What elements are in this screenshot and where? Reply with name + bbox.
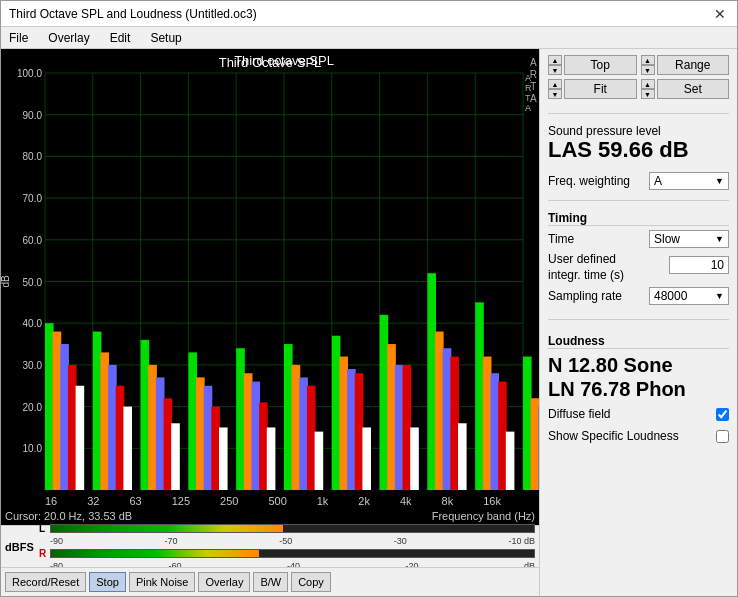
x-label-16k: 16k <box>483 495 501 507</box>
main-window: Third Octave SPL and Loudness (Untitled.… <box>0 0 738 597</box>
x-label-63: 63 <box>129 495 141 507</box>
overlay-button[interactable]: Overlay <box>198 572 250 592</box>
sampling-rate-row: Sampling rate 48000 ▼ <box>548 287 729 305</box>
set-control-group: ▲ ▼ Set <box>641 79 730 99</box>
loudness-ln-value: LN 76.78 Phon <box>548 377 729 401</box>
right-panel: ▲ ▼ Top ▲ ▼ Range ▲ ▼ <box>539 49 737 596</box>
set-up-button[interactable]: ▲ <box>641 79 655 89</box>
bottom-buttons: Record/Reset Stop Pink Noise Overlay B/W… <box>1 567 539 596</box>
r-channel-label: R <box>39 548 47 559</box>
range-button[interactable]: Range <box>657 55 730 75</box>
spl-value: LAS 59.66 dB <box>548 138 729 162</box>
freq-weighting-value: A <box>654 174 715 188</box>
time-dropdown[interactable]: Slow ▼ <box>649 230 729 248</box>
r-meter-fill <box>51 550 259 557</box>
show-specific-label: Show Specific Loudness <box>548 429 679 443</box>
freq-weighting-label: Freq. weighting <box>548 174 630 188</box>
spl-title: Sound pressure level <box>548 124 729 138</box>
arta-label: ARTA <box>530 57 537 105</box>
x-label-250: 250 <box>220 495 238 507</box>
close-button[interactable]: ✕ <box>711 5 729 23</box>
freq-band-label: Frequency band (Hz) <box>432 510 535 522</box>
menu-overlay[interactable]: Overlay <box>44 30 93 46</box>
menu-setup[interactable]: Setup <box>146 30 185 46</box>
fit-button[interactable]: Fit <box>564 79 637 99</box>
sampling-rate-arrow: ▼ <box>715 291 724 301</box>
fit-down-button[interactable]: ▼ <box>548 89 562 99</box>
timing-section: Timing Time Slow ▼ User definedintegr. t… <box>548 211 729 309</box>
set-button[interactable]: Set <box>657 79 730 99</box>
timing-title: Timing <box>548 211 729 226</box>
title-bar: Third Octave SPL and Loudness (Untitled.… <box>1 1 737 27</box>
sampling-rate-dropdown[interactable]: 48000 ▼ <box>649 287 729 305</box>
tick-50: -50 <box>279 536 292 546</box>
stop-button[interactable]: Stop <box>89 572 126 592</box>
tick-70: -70 <box>165 536 178 546</box>
loudness-n-value: N 12.80 Sone <box>548 353 729 377</box>
menu-bar: File Overlay Edit Setup <box>1 27 737 49</box>
show-specific-checkbox[interactable] <box>716 430 729 443</box>
x-label-1k: 1k <box>317 495 329 507</box>
tick-30: -30 <box>394 536 407 546</box>
top-down-button[interactable]: ▼ <box>548 65 562 75</box>
time-dropdown-arrow: ▼ <box>715 234 724 244</box>
main-content: Third Octave SPL ARTA 16 32 63 125 250 5… <box>1 49 737 596</box>
diffuse-field-row: Diffuse field <box>548 407 729 421</box>
x-label-8k: 8k <box>442 495 454 507</box>
pink-noise-button[interactable]: Pink Noise <box>129 572 196 592</box>
fit-control-group: ▲ ▼ Fit <box>548 79 637 99</box>
top-button[interactable]: Top <box>564 55 637 75</box>
l-meter <box>50 524 535 533</box>
loudness-section: Loudness N 12.80 Sone LN 76.78 Phon <box>548 334 729 401</box>
user-defined-row: User definedintegr. time (s) <box>548 252 729 283</box>
l-channel-label: L <box>39 523 47 534</box>
loudness-title: Loudness <box>548 334 729 349</box>
top-up-button[interactable]: ▲ <box>548 55 562 65</box>
spl-chart <box>1 49 539 494</box>
menu-edit[interactable]: Edit <box>106 30 135 46</box>
cursor-text: Cursor: 20.0 Hz, 33.53 dB <box>5 510 132 522</box>
time-label: Time <box>548 232 649 246</box>
range-control-group: ▲ ▼ Range <box>641 55 730 75</box>
record-reset-button[interactable]: Record/Reset <box>5 572 86 592</box>
window-title: Third Octave SPL and Loudness (Untitled.… <box>9 7 257 21</box>
bw-button[interactable]: B/W <box>253 572 288 592</box>
menu-file[interactable]: File <box>5 30 32 46</box>
dbfs-label: dBFS <box>5 541 35 553</box>
x-label-125: 125 <box>172 495 190 507</box>
x-label-4k: 4k <box>400 495 412 507</box>
fit-up-button[interactable]: ▲ <box>548 79 562 89</box>
sampling-rate-value: 48000 <box>654 289 715 303</box>
freq-weighting-row: Freq. weighting A ▼ <box>548 172 729 190</box>
l-meter-fill <box>51 525 283 532</box>
show-specific-row: Show Specific Loudness <box>548 429 729 443</box>
r-meter <box>50 549 535 558</box>
tick-90: -90 <box>50 536 63 546</box>
spl-section: Sound pressure level LAS 59.66 dB <box>548 124 729 162</box>
range-up-button[interactable]: ▲ <box>641 55 655 65</box>
time-value: Slow <box>654 232 715 246</box>
set-down-button[interactable]: ▼ <box>641 89 655 99</box>
x-label-16: 16 <box>45 495 57 507</box>
freq-weighting-arrow: ▼ <box>715 176 724 186</box>
diffuse-field-label: Diffuse field <box>548 407 610 421</box>
time-row: Time Slow ▼ <box>548 230 729 248</box>
copy-button[interactable]: Copy <box>291 572 331 592</box>
top-control-group: ▲ ▼ Top <box>548 55 637 75</box>
user-defined-input[interactable] <box>669 256 729 274</box>
range-down-button[interactable]: ▼ <box>641 65 655 75</box>
freq-weighting-dropdown[interactable]: A ▼ <box>649 172 729 190</box>
x-label-500: 500 <box>268 495 286 507</box>
chart-title: Third Octave SPL <box>1 51 539 72</box>
x-label-2k: 2k <box>358 495 370 507</box>
user-defined-label: User definedintegr. time (s) <box>548 252 669 283</box>
diffuse-field-checkbox[interactable] <box>716 408 729 421</box>
x-label-32: 32 <box>87 495 99 507</box>
tick-10db: -10 dB <box>508 536 535 546</box>
sampling-rate-label: Sampling rate <box>548 289 649 303</box>
